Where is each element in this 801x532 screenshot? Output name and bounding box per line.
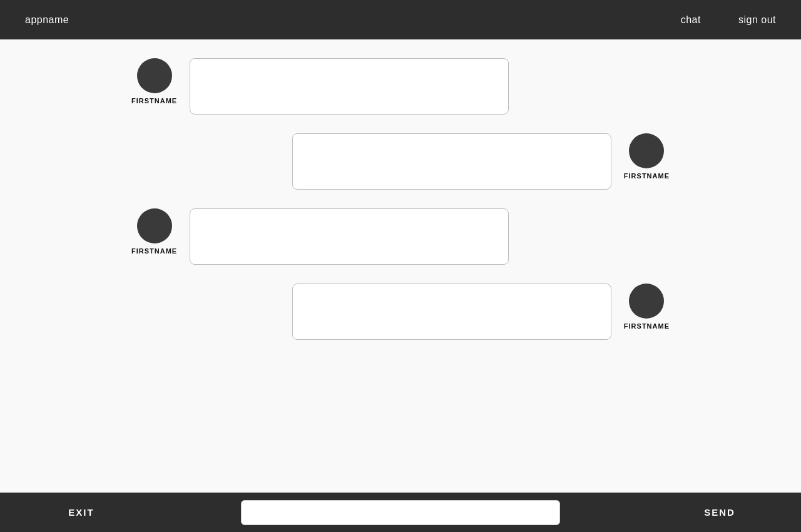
avatar-group-2: FIRSTNAME: [624, 133, 670, 180]
send-button[interactable]: SEND: [638, 507, 801, 518]
message-input[interactable]: [241, 500, 560, 525]
message-bubble-3: [190, 208, 509, 265]
avatar-name: FIRSTNAME: [624, 322, 670, 330]
message-bubble-1: [190, 58, 509, 115]
message-row: FIRSTNAME: [131, 284, 670, 340]
avatar-group-4: FIRSTNAME: [624, 284, 670, 330]
avatar-name: FIRSTNAME: [624, 172, 670, 180]
avatar: [629, 284, 664, 319]
message-bubble-4: [292, 284, 611, 340]
bottom-bar: EXIT SEND: [0, 493, 801, 532]
avatar-group-1: FIRSTNAME: [131, 58, 177, 105]
exit-button[interactable]: EXIT: [0, 507, 163, 518]
chat-link[interactable]: chat: [681, 14, 701, 26]
navbar: appname chat sign out: [0, 0, 801, 39]
message-row: FIRSTNAME: [131, 133, 670, 190]
avatar: [137, 58, 172, 93]
avatar: [137, 208, 172, 243]
message-row: FIRSTNAME: [131, 58, 670, 115]
app-brand: appname: [25, 14, 69, 26]
message-input-wrapper: [241, 500, 560, 525]
avatar: [629, 133, 664, 168]
navbar-actions: chat sign out: [681, 14, 776, 26]
avatar-name: FIRSTNAME: [131, 247, 177, 255]
message-bubble-2: [292, 133, 611, 190]
signout-link[interactable]: sign out: [738, 14, 776, 26]
avatar-group-3: FIRSTNAME: [131, 208, 177, 255]
message-row: FIRSTNAME: [131, 208, 670, 265]
chat-container: FIRSTNAME FIRSTNAME FIRSTNAME FIRSTNAM: [131, 58, 670, 474]
avatar-name: FIRSTNAME: [131, 97, 177, 105]
main-content: FIRSTNAME FIRSTNAME FIRSTNAME FIRSTNAM: [0, 39, 801, 493]
